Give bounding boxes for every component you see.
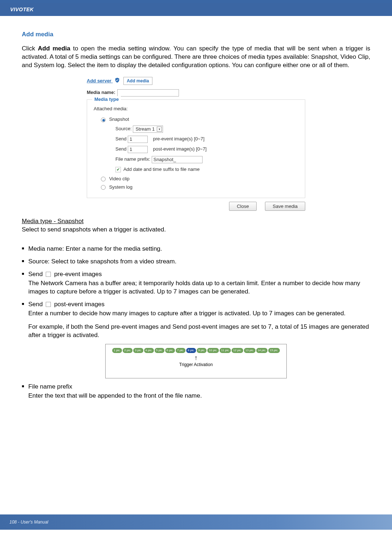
pic-bubble: 3 pic. bbox=[133, 348, 143, 353]
save-media-button[interactable]: Save media bbox=[265, 202, 305, 211]
post-event-suffix: post-event image(s) [0~7] bbox=[153, 146, 207, 152]
media-type-legend: Media type bbox=[92, 96, 121, 103]
bullet-post-event: Send post-event images Enter a number to… bbox=[22, 300, 370, 340]
snapshot-heading: Media type - Snapshot bbox=[22, 217, 370, 226]
brand-header: VIVOTEK bbox=[0, 3, 392, 16]
tab-add-server[interactable]: Add server bbox=[87, 78, 113, 83]
close-button[interactable]: Close bbox=[229, 202, 256, 211]
intro-paragraph: Click Add media to open the media settin… bbox=[22, 45, 370, 70]
radio-snapshot-row[interactable]: Snapshot bbox=[94, 116, 298, 123]
pic-bubble: 13 pic. bbox=[244, 348, 256, 353]
pic-bubble: 12 pic. bbox=[232, 348, 243, 353]
pic-bubble: 2 pic. bbox=[123, 348, 132, 353]
snapshot-subtext: Select to send snapshots when a trigger … bbox=[22, 226, 370, 234]
media-type-fieldset: Media type Attached media: Snapshot Sour… bbox=[87, 99, 305, 198]
shield-icon bbox=[114, 77, 120, 85]
pic-bubble: 1 pic. bbox=[112, 348, 122, 353]
pre-event-count-input[interactable]: 1 bbox=[128, 136, 148, 143]
pic-bubble: 8 pic. bbox=[186, 348, 196, 353]
bullet-pre-event-body: The Network Camera has a buffer area; it… bbox=[28, 279, 370, 296]
tab-row: Add server Add media bbox=[87, 77, 305, 85]
footer-text: 108 - User's Manual bbox=[9, 520, 48, 525]
tab-add-media[interactable]: Add media bbox=[123, 77, 152, 85]
page-content: Add media Click Add media to open the me… bbox=[0, 16, 392, 506]
inline-box-icon bbox=[46, 302, 51, 307]
radio-videoclip-label: Video clip bbox=[109, 176, 130, 181]
source-label: Source: bbox=[115, 126, 132, 131]
pre-event-suffix: pre-event image(s) [0~7] bbox=[153, 136, 204, 141]
diagram-placeholder: [diagram] bbox=[195, 373, 197, 374]
intro-bold: Add media bbox=[38, 45, 70, 52]
pic-bubble: 5 pic. bbox=[155, 348, 164, 353]
section-title: Add media bbox=[22, 30, 370, 39]
radio-videoclip[interactable] bbox=[101, 177, 106, 181]
post-event-count-input[interactable]: 1 bbox=[128, 146, 148, 153]
media-name-input[interactable] bbox=[117, 89, 179, 97]
up-arrow-icon: ↑ bbox=[112, 354, 280, 361]
bullet-filename-prefix: File name prefix Enter the text that wil… bbox=[22, 383, 370, 400]
intro-post: to open the media setting window. You ca… bbox=[22, 45, 370, 69]
filename-prefix-input[interactable]: Snapshot_ bbox=[152, 156, 203, 163]
pic-bubble: 6 pic. bbox=[165, 348, 175, 353]
send-post-label: Send bbox=[115, 146, 126, 152]
pic-bubble: 15 pic. bbox=[268, 348, 280, 353]
media-settings-screenshot: Add server Add media Media name: Media t… bbox=[22, 75, 370, 213]
pic-bubble: 10 pic. bbox=[207, 348, 219, 353]
chevron-down-icon: ▾ bbox=[157, 127, 162, 132]
pic-bubble: 7 pic. bbox=[176, 348, 185, 353]
bullet-example: For example, if both the Send pre-event … bbox=[28, 323, 370, 340]
pic-bubble: 9 pic. bbox=[197, 348, 207, 353]
bullet-list: Media name: Enter a name for the media s… bbox=[22, 245, 370, 339]
intro-pre: Click bbox=[22, 45, 38, 52]
pic-bubble: 14 pic. bbox=[256, 348, 268, 353]
page-footer: 108 - User's Manual bbox=[0, 514, 392, 530]
trigger-label: Trigger Activation bbox=[112, 362, 280, 368]
brand-text: VIVOTEK bbox=[10, 7, 34, 12]
radio-videoclip-row[interactable]: Video clip bbox=[94, 176, 298, 182]
snapshot-fields: Source: Stream 1 ▾ Send 1 pre-event imag… bbox=[94, 126, 298, 173]
radio-snapshot[interactable] bbox=[101, 118, 106, 122]
pic-bubble: 11 pic. bbox=[220, 348, 231, 353]
pic-bubble: 4 pic. bbox=[144, 348, 154, 353]
bullet-source: Source: Select to take snapshots from a … bbox=[22, 258, 370, 266]
top-accent-band bbox=[0, 0, 392, 3]
pic-sequence: 1 pic.2 pic.3 pic.4 pic.5 pic.6 pic.7 pi… bbox=[112, 348, 280, 353]
send-pre-label: Send bbox=[115, 136, 126, 141]
source-select[interactable]: Stream 1 ▾ bbox=[133, 126, 163, 133]
media-name-label: Media name: bbox=[87, 89, 115, 96]
bullet-post-event-body: Enter a number to decide how many images… bbox=[28, 309, 370, 318]
suffix-checkbox-label: Add date and time suffix to file name bbox=[123, 167, 200, 172]
attached-media-label: Attached media: bbox=[94, 106, 298, 112]
bullet-media-name: Media name: Enter a name for the media s… bbox=[22, 245, 370, 253]
radio-systemlog[interactable] bbox=[101, 185, 106, 190]
trigger-activation-diagram: 1 pic.2 pic.3 pic.4 pic.5 pic.6 pic.7 pi… bbox=[22, 344, 370, 379]
radio-systemlog-row[interactable]: System log bbox=[94, 184, 298, 190]
inline-box-icon bbox=[46, 272, 51, 277]
bullet-pre-event: Send pre-event images The Network Camera… bbox=[22, 270, 370, 296]
filename-prefix-label: File name prefix: bbox=[115, 156, 150, 162]
suffix-checkbox[interactable]: ✔ bbox=[115, 167, 121, 172]
bullet-filename-prefix-body: Enter the text that will be appended to … bbox=[28, 392, 370, 400]
button-row: Close Save media bbox=[87, 202, 305, 211]
radio-systemlog-label: System log bbox=[109, 184, 132, 190]
radio-snapshot-label: Snapshot bbox=[109, 116, 129, 122]
